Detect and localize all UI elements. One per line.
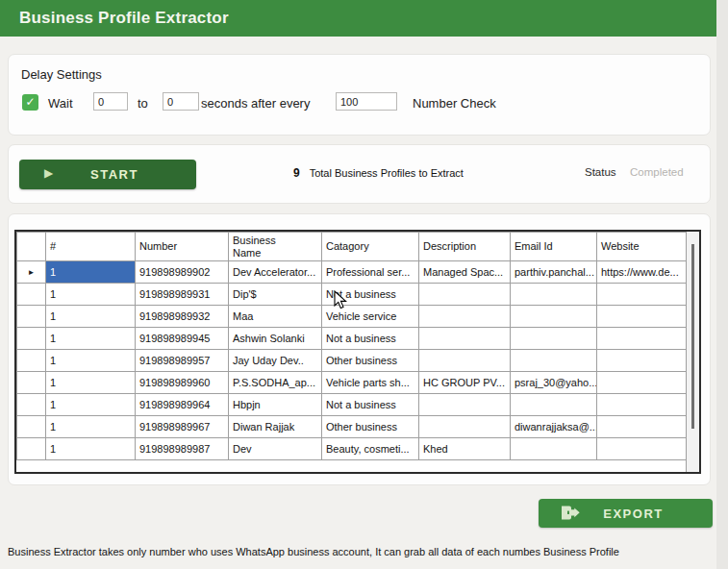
- table-cell[interactable]: Dip'$: [229, 284, 322, 306]
- table-cell[interactable]: 1: [46, 328, 136, 350]
- table-cell[interactable]: Maa: [229, 306, 322, 328]
- table-cell[interactable]: P.S.SODHA_ap...: [229, 372, 322, 394]
- table-cell[interactable]: [419, 284, 511, 306]
- row-selector-cell[interactable]: [17, 416, 46, 438]
- row-selector-cell[interactable]: [17, 284, 46, 306]
- table-row[interactable]: 1919898989960P.S.SODHA_ap...Vehicle part…: [17, 372, 687, 394]
- table-cell[interactable]: 1: [46, 394, 136, 416]
- row-selector-cell[interactable]: [17, 350, 46, 372]
- table-cell[interactable]: Dev Accelerator...: [229, 261, 322, 284]
- table-cell[interactable]: [419, 306, 511, 328]
- table-cell[interactable]: 919898989987: [136, 438, 229, 460]
- table-cell[interactable]: Not a business: [322, 394, 419, 416]
- table-cell[interactable]: Ashwin Solanki: [229, 328, 322, 350]
- table-cell[interactable]: Other business: [322, 350, 419, 372]
- table-cell[interactable]: [511, 328, 597, 350]
- table-cell[interactable]: 919898989960: [136, 372, 229, 394]
- table-cell[interactable]: 919898989932: [136, 306, 229, 328]
- table-cell[interactable]: [511, 284, 597, 306]
- wait-checkbox[interactable]: ✓: [22, 94, 38, 111]
- table-cell[interactable]: [597, 306, 687, 328]
- table-row[interactable]: 1919898989932MaaVehicle service: [17, 306, 687, 328]
- table-cell[interactable]: 919898989931: [136, 284, 229, 306]
- table-cell[interactable]: Other business: [322, 416, 419, 438]
- col-header-email[interactable]: Email Id: [511, 233, 597, 261]
- row-selector-cell[interactable]: [17, 438, 46, 460]
- table-cell[interactable]: [597, 350, 687, 372]
- table-cell[interactable]: Not a business: [322, 284, 419, 306]
- table-cell[interactable]: 919898989967: [136, 416, 229, 438]
- table-cell[interactable]: [511, 306, 597, 328]
- scrollbar-thumb[interactable]: [691, 244, 694, 429]
- col-header-catagory[interactable]: Catagory: [322, 233, 419, 261]
- table-cell[interactable]: diwanrajjaksa@...: [511, 416, 597, 438]
- start-button[interactable]: ▶ START: [19, 160, 196, 189]
- table-cell[interactable]: 919898989964: [136, 394, 229, 416]
- table-cell[interactable]: 919898989957: [136, 350, 229, 372]
- table-cell[interactable]: 1: [46, 372, 136, 394]
- table-cell[interactable]: https://www.de...: [597, 261, 687, 284]
- col-header-number[interactable]: Number: [136, 233, 229, 261]
- export-button[interactable]: EXPORT: [539, 499, 713, 528]
- table-cell[interactable]: 1: [46, 284, 136, 306]
- profiles-table: # Number Business Name Catagory Descript…: [16, 232, 687, 460]
- table-cell[interactable]: Professional ser...: [322, 261, 419, 284]
- table-cell[interactable]: Managed Spac...: [419, 261, 511, 284]
- table-cell[interactable]: Beauty, cosmeti...: [322, 438, 419, 460]
- table-cell[interactable]: [419, 328, 511, 350]
- table-cell[interactable]: [511, 394, 597, 416]
- table-cell[interactable]: psraj_30@yaho...: [511, 372, 597, 394]
- row-selector-cell[interactable]: [17, 306, 46, 328]
- wait-from-input[interactable]: [93, 92, 128, 111]
- table-cell[interactable]: Vehicle parts sh...: [322, 372, 419, 394]
- table-cell[interactable]: 1: [46, 306, 136, 328]
- table-cell[interactable]: Diwan Rajjak: [229, 416, 322, 438]
- table-cell[interactable]: [419, 350, 511, 372]
- table-cell[interactable]: Dev: [229, 438, 322, 460]
- table-cell[interactable]: Hbpjn: [229, 394, 322, 416]
- col-header-index[interactable]: #: [46, 233, 136, 261]
- table-cell[interactable]: [419, 394, 511, 416]
- table-row[interactable]: 1919898989945Ashwin SolankiNot a busines…: [17, 328, 687, 350]
- table-cell[interactable]: Jay Uday Dev..: [229, 350, 322, 372]
- table-cell[interactable]: 1: [46, 261, 136, 284]
- row-selector-cell[interactable]: [17, 394, 46, 416]
- seconds-after-every-label: seconds after every: [201, 96, 310, 111]
- table-vertical-scrollbar[interactable]: [686, 232, 699, 472]
- table-cell[interactable]: [597, 416, 687, 438]
- table-cell[interactable]: Khed: [419, 438, 511, 460]
- table-row[interactable]: 1919898989931Dip'$Not a business: [17, 284, 687, 306]
- every-count-input[interactable]: [336, 92, 397, 111]
- control-panel: ▶ START 9Total Business Profiles to Extr…: [8, 144, 711, 204]
- row-selector-cell[interactable]: ►: [17, 261, 46, 284]
- table-cell[interactable]: [597, 328, 687, 350]
- table-cell[interactable]: parthiv.panchal...: [511, 261, 597, 284]
- table-row[interactable]: 1919898989987DevBeauty, cosmeti...Khed: [17, 438, 687, 460]
- table-row[interactable]: ►1919898989902Dev Accelerator...Professi…: [17, 261, 687, 284]
- table-cell[interactable]: 1: [46, 416, 136, 438]
- table-cell[interactable]: 919898989902: [136, 261, 229, 284]
- table-cell[interactable]: 919898989945: [136, 328, 229, 350]
- table-cell[interactable]: [419, 416, 511, 438]
- table-cell[interactable]: 1: [46, 438, 136, 460]
- table-cell[interactable]: [597, 438, 687, 460]
- col-header-business-name[interactable]: Business Name: [229, 233, 322, 261]
- table-cell[interactable]: Vehicle service: [322, 306, 419, 328]
- table-cell[interactable]: [597, 372, 687, 394]
- col-header-website[interactable]: Website: [597, 233, 687, 261]
- table-cell[interactable]: [597, 394, 687, 416]
- row-selector-cell[interactable]: [17, 328, 46, 350]
- col-header-description[interactable]: Description: [419, 233, 511, 261]
- table-cell[interactable]: HC GROUP PV...: [419, 372, 511, 394]
- table-cell[interactable]: [511, 350, 597, 372]
- table-row[interactable]: 1919898989967Diwan RajjakOther businessd…: [17, 416, 687, 438]
- table-row[interactable]: 1919898989957Jay Uday Dev..Other busines…: [17, 350, 687, 372]
- table-cell[interactable]: Not a business: [322, 328, 419, 350]
- table-row[interactable]: 1919898989964HbpjnNot a business: [17, 394, 687, 416]
- wait-to-input[interactable]: [163, 92, 199, 111]
- table-cell[interactable]: [511, 438, 597, 460]
- table-cell[interactable]: [597, 284, 687, 306]
- row-selector-cell[interactable]: [17, 372, 46, 394]
- row-selector-header: [17, 233, 46, 261]
- table-cell[interactable]: 1: [46, 350, 136, 372]
